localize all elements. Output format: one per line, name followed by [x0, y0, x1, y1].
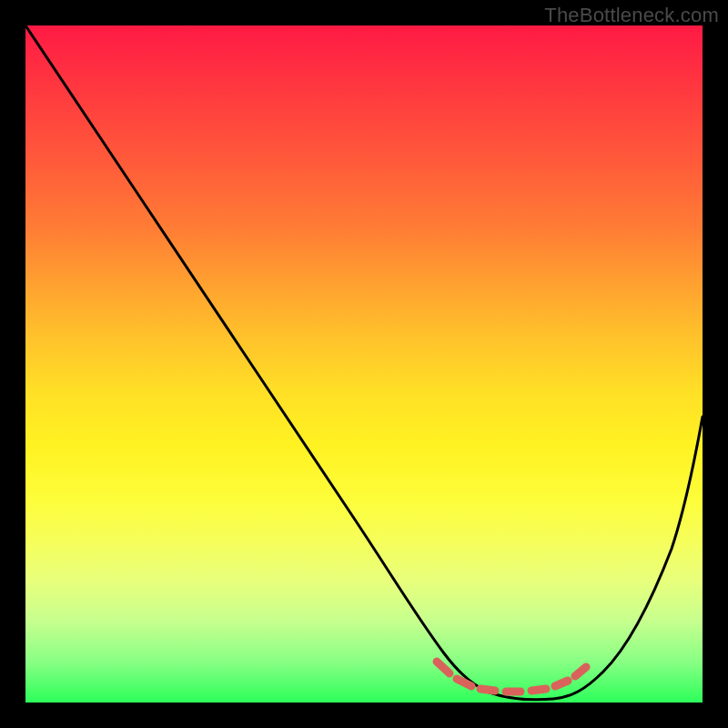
watermark-label: TheBottleneck.com: [544, 4, 719, 27]
bottleneck-curve: [25, 25, 703, 700]
svg-line-6: [575, 667, 586, 676]
svg-line-4: [531, 689, 546, 691]
chart-frame: TheBottleneck.com: [0, 0, 728, 728]
svg-line-2: [480, 689, 495, 691]
safe-zone-dashes: [437, 662, 586, 692]
plot-area: [25, 25, 703, 703]
svg-line-5: [555, 681, 568, 686]
svg-line-0: [437, 662, 450, 673]
chart-svg: [25, 25, 703, 703]
